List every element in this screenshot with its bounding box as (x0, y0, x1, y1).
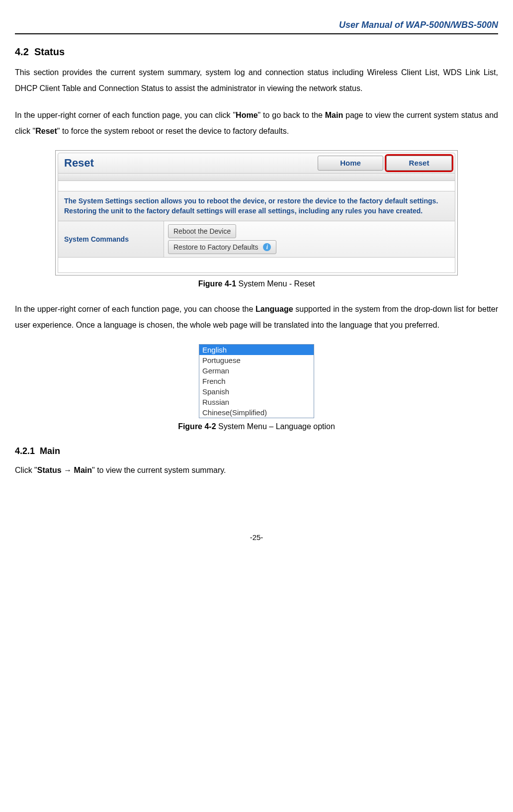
panel-header: Reset Home Reset (58, 153, 455, 174)
restore-factory-button[interactable]: Restore to Factory Defaults i (168, 240, 276, 254)
header-rule (15, 33, 498, 34)
figure-2-language-dropdown[interactable]: English Portuguese German French Spanish… (199, 344, 314, 418)
language-option-german[interactable]: German (199, 365, 314, 376)
section-title: Status (34, 46, 65, 57)
section-number: 4.2 (15, 46, 29, 57)
figure-2-caption: Figure 4-2 System Menu – Language option (15, 422, 498, 431)
panel-description: The System Settings section allows you t… (58, 191, 455, 221)
section-heading: 4.2 Status (15, 46, 498, 58)
system-commands-buttons: Reboot the Device Restore to Factory Def… (164, 221, 455, 257)
page-number: -25- (15, 533, 498, 541)
system-commands-row: System Commands Reboot the Device Restor… (58, 221, 455, 258)
language-option-spanish[interactable]: Spanish (199, 386, 314, 397)
header-title: User Manual of WAP-500N/WBS-500N (15, 20, 498, 30)
subsection-number: 4.2.1 (15, 446, 35, 456)
subsection-title: Main (40, 446, 60, 456)
panel-underbar (58, 174, 455, 181)
info-icon[interactable]: i (263, 243, 271, 251)
paragraph-3: In the upper-right corner of each functi… (15, 301, 498, 333)
figure-1-caption: Figure 4-1 System Menu - Reset (15, 279, 498, 288)
reset-button[interactable]: Reset (386, 156, 452, 171)
home-button[interactable]: Home (318, 156, 383, 171)
language-option-portuguese[interactable]: Portuguese (199, 355, 314, 365)
restore-factory-label: Restore to Factory Defaults (173, 243, 258, 251)
subsection-heading: 4.2.1 Main (15, 446, 498, 456)
paragraph-1: This section provides the current system… (15, 65, 498, 96)
panel-title: Reset (58, 157, 318, 170)
panel-bottom-blank (58, 258, 455, 273)
language-option-chinese[interactable]: Chinese(Simplified) (199, 407, 314, 418)
language-option-russian[interactable]: Russian (199, 397, 314, 407)
language-option-english[interactable]: English (199, 345, 314, 355)
paragraph-2: In the upper-right corner of each functi… (15, 107, 498, 139)
panel-blank-row (58, 181, 455, 191)
language-option-french[interactable]: French (199, 376, 314, 386)
paragraph-4: Click "Status → Main" to view the curren… (15, 462, 498, 478)
system-commands-label: System Commands (58, 221, 164, 257)
reboot-device-button[interactable]: Reboot the Device (168, 224, 236, 238)
figure-1-reset-panel: Reset Home Reset The System Settings sec… (55, 150, 458, 275)
